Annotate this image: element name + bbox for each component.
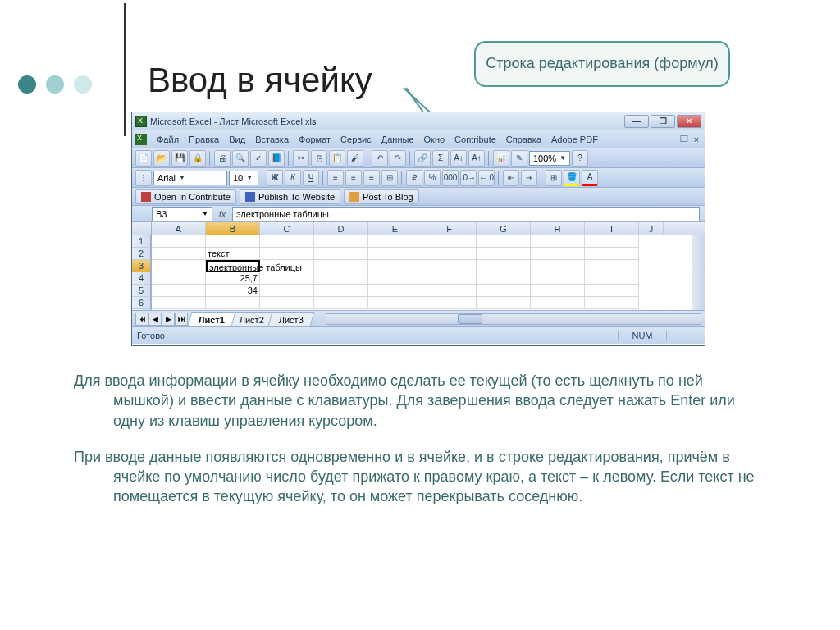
sheet-tab-3[interactable]: Лист3 <box>268 312 315 326</box>
open-in-contribute-button[interactable]: Open In Contribute <box>135 189 236 204</box>
align-right-button[interactable]: ≡ <box>363 170 380 186</box>
fx-icon[interactable]: fx <box>212 209 232 219</box>
format-painter-button[interactable]: 🖌 <box>347 150 363 167</box>
cut-button[interactable]: ✂ <box>293 150 309 167</box>
doc-restore-button[interactable]: ❐ <box>679 135 689 144</box>
copy-button[interactable]: ⎘ <box>311 150 327 167</box>
column-headers-row: A B C D E F G H I J <box>132 222 705 235</box>
permission-button[interactable]: 🔒 <box>189 150 206 167</box>
close-button[interactable]: ✕ <box>677 115 701 128</box>
italic-button[interactable]: К <box>285 170 301 186</box>
sheet-tab-1[interactable]: Лист1 <box>188 312 236 326</box>
decrease-decimal-button[interactable]: ←.0 <box>478 170 495 186</box>
menu-file[interactable]: Файл <box>152 135 184 144</box>
underline-button[interactable]: Ч <box>303 170 319 186</box>
col-header-d[interactable]: D <box>314 222 368 235</box>
menu-window[interactable]: Окно <box>419 135 450 144</box>
font-combo[interactable]: Arial▼ <box>153 171 227 185</box>
increase-decimal-button[interactable]: .0→ <box>460 170 477 186</box>
merge-button[interactable]: ⊞ <box>381 170 398 186</box>
doc-close-button[interactable]: × <box>692 135 701 144</box>
col-header-c[interactable]: C <box>260 222 314 235</box>
size-combo[interactable]: 10▼ <box>229 171 258 185</box>
align-center-button[interactable]: ≡ <box>345 170 362 186</box>
open-button[interactable]: 📂 <box>153 150 170 167</box>
row-header-3[interactable]: 3 <box>132 260 151 272</box>
maximize-button[interactable]: ❐ <box>651 115 675 128</box>
comma-button[interactable]: 000 <box>442 170 459 186</box>
col-header-i[interactable]: I <box>585 222 639 235</box>
menu-adobe-pdf[interactable]: Adobe PDF <box>546 135 603 144</box>
scroll-thumb[interactable] <box>458 314 482 324</box>
row-header-5[interactable]: 5 <box>132 285 151 297</box>
tab-last-button[interactable]: ⏭ <box>175 313 188 326</box>
sort-desc-button[interactable]: A↑ <box>468 150 485 167</box>
col-header-b[interactable]: B <box>206 222 260 235</box>
post-to-blog-button[interactable]: Post To Blog <box>344 189 419 204</box>
excel-window: Microsoft Excel - Лист Microsoft Excel.x… <box>131 112 705 346</box>
hyperlink-button[interactable]: 🔗 <box>414 150 431 167</box>
cells-grid[interactable]: текст электронные таблицы 25,7 34 <box>152 235 692 310</box>
tab-first-button[interactable]: ⏮ <box>135 313 148 326</box>
publish-button[interactable]: Publish To Website <box>240 189 340 204</box>
styles-button[interactable]: ⋮ <box>135 170 152 186</box>
increase-indent-button[interactable]: ⇥ <box>521 170 537 186</box>
col-header-j[interactable]: J <box>639 222 664 235</box>
cell-b2[interactable]: текст <box>206 248 260 260</box>
autosum-button[interactable]: Σ <box>432 150 449 167</box>
undo-button[interactable]: ↶ <box>372 150 388 167</box>
percent-button[interactable]: % <box>424 170 441 186</box>
name-box[interactable]: B3▼ <box>152 207 212 221</box>
preview-button[interactable]: 🔍 <box>232 150 249 167</box>
drawing-button[interactable]: ✎ <box>511 150 527 167</box>
tab-next-button[interactable]: ▶ <box>162 313 175 326</box>
menu-format[interactable]: Формат <box>294 135 336 144</box>
row-header-6[interactable]: 6 <box>132 297 151 309</box>
print-button[interactable]: 🖨 <box>214 150 231 167</box>
font-color-button[interactable]: A <box>582 170 598 186</box>
menu-data[interactable]: Данные <box>377 135 419 144</box>
col-header-a[interactable]: A <box>152 222 206 235</box>
row-header-1[interactable]: 1 <box>132 235 151 248</box>
paste-button[interactable]: 📋 <box>329 150 345 167</box>
research-button[interactable]: 📘 <box>268 150 285 167</box>
select-all-corner[interactable] <box>132 222 152 235</box>
new-button[interactable]: 📄 <box>135 150 152 167</box>
formula-input[interactable]: электронные таблицы <box>232 207 700 221</box>
window-titlebar[interactable]: Microsoft Excel - Лист Microsoft Excel.x… <box>132 112 705 130</box>
save-button[interactable]: 💾 <box>171 150 188 167</box>
horizontal-scrollbar[interactable] <box>326 313 701 325</box>
row-header-4[interactable]: 4 <box>132 272 151 285</box>
fill-color-button[interactable]: 🪣 <box>564 170 580 186</box>
tab-prev-button[interactable]: ◀ <box>148 313 162 326</box>
minimize-button[interactable]: — <box>624 115 649 128</box>
borders-button[interactable]: ⊞ <box>546 170 562 186</box>
col-header-e[interactable]: E <box>368 222 422 235</box>
redo-button[interactable]: ↷ <box>390 150 406 167</box>
row-header-2[interactable]: 2 <box>132 248 151 260</box>
bold-button[interactable]: Ж <box>267 170 283 186</box>
menu-tools[interactable]: Сервис <box>336 135 377 144</box>
sort-asc-button[interactable]: A↓ <box>450 150 467 167</box>
app-icon[interactable] <box>135 134 147 145</box>
menu-edit[interactable]: Правка <box>184 135 224 144</box>
menu-help[interactable]: Справка <box>501 135 546 144</box>
cell-b5[interactable]: 34 <box>206 285 260 297</box>
currency-button[interactable]: ₽ <box>406 170 422 186</box>
vertical-scrollbar[interactable] <box>692 235 705 310</box>
col-header-g[interactable]: G <box>477 222 531 235</box>
col-header-h[interactable]: H <box>531 222 585 235</box>
spelling-button[interactable]: ✓ <box>250 150 267 167</box>
decrease-indent-button[interactable]: ⇤ <box>503 170 519 186</box>
menu-contribute[interactable]: Contribute <box>450 135 501 144</box>
col-header-f[interactable]: F <box>422 222 477 235</box>
menu-view[interactable]: Вид <box>224 135 250 144</box>
doc-minimize-button[interactable]: _ <box>667 135 677 144</box>
chart-button[interactable]: 📊 <box>493 150 509 167</box>
cell-b3-active[interactable]: электронные таблицы <box>206 260 260 272</box>
align-left-button[interactable]: ≡ <box>327 170 344 186</box>
help-button[interactable]: ? <box>572 150 588 167</box>
zoom-combo[interactable]: 100%▼ <box>529 151 570 166</box>
menu-insert[interactable]: Вставка <box>250 135 294 144</box>
cell-b4[interactable]: 25,7 <box>206 272 260 285</box>
